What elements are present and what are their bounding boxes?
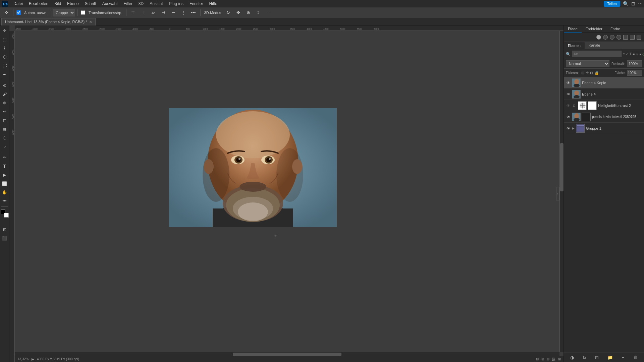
create-layer-btn[interactable]: + [622, 355, 625, 360]
menu-bild[interactable]: Bild [52, 1, 64, 7]
arrange-icon[interactable]: ⊡ [631, 1, 635, 6]
align-left-btn[interactable]: ⊣ [159, 8, 168, 17]
filter-attr-icon[interactable]: ✦ [636, 52, 638, 56]
layer-item-ebene4[interactable]: 👁 Ebene 4 [564, 88, 644, 100]
fix-lock-icon[interactable]: 🔒 [594, 71, 599, 75]
eraser-tool-btn[interactable]: ◻ [1, 116, 9, 124]
lasso-tool-btn[interactable]: ⌇ [1, 44, 9, 52]
menu-hilfe[interactable]: Hilfe [207, 1, 220, 7]
statusbar-icon-2[interactable]: ⊞ [541, 357, 544, 361]
eyedropper-btn[interactable]: ✒ [1, 70, 9, 78]
3d-rotate-btn[interactable]: ↻ [224, 8, 232, 17]
heal-brush-btn[interactable]: ⊙ [1, 81, 9, 89]
more-btn[interactable]: ••• [189, 8, 198, 17]
layer-vis-ebene4[interactable]: 👁 [566, 92, 571, 97]
filter-effect-icon[interactable]: T [630, 52, 632, 56]
move-tool-btn[interactable]: ✛ [2, 8, 11, 17]
menu-datei[interactable]: Datei [11, 1, 25, 7]
menu-auswahl[interactable]: Auswahl [100, 1, 120, 7]
layer-item-ebene4kopie[interactable]: 👁 Ebene 4 Kopie [564, 77, 644, 88]
menu-schrift[interactable]: Schrift [82, 1, 99, 7]
path-select-btn[interactable]: ▶ [1, 171, 9, 179]
screen-mode-btn[interactable]: ⬛ [1, 234, 9, 242]
history-brush-btn[interactable]: ↩ [1, 108, 9, 116]
tab-pfade[interactable]: Pfade [564, 26, 582, 33]
hand-tool-btn[interactable]: ✋ [1, 188, 9, 196]
color-selector[interactable] [1, 209, 9, 218]
blend-mode-select[interactable]: Normal [566, 60, 609, 67]
quick-mask-btn[interactable]: ⊡ [1, 226, 9, 234]
fix-artboard-icon[interactable]: ⊡ [590, 71, 593, 75]
filter-toggle-icon[interactable]: ◑ [642, 52, 644, 56]
menu-ebene[interactable]: Ebene [64, 1, 82, 7]
collapse-panel-btn[interactable]: › [556, 187, 559, 200]
background-color[interactable] [4, 213, 9, 218]
tab-farbfelder[interactable]: Farbfelder [582, 26, 606, 33]
blur-tool-btn[interactable]: ◌ [1, 134, 9, 142]
3d-zoom-btn[interactable]: ⊕ [244, 8, 253, 17]
align-bottom-btn[interactable]: ⏥ [149, 8, 158, 17]
tab-kanaele[interactable]: Kanäle [585, 42, 604, 49]
more-tools-btn[interactable]: ••• [1, 197, 9, 205]
menu-bearbeiten[interactable]: Bearbeiten [26, 1, 51, 7]
delete-layer-btn[interactable]: 🗑 [633, 355, 638, 360]
layer-effects-btn[interactable]: fx [583, 355, 586, 360]
share-button[interactable]: Teilen [604, 1, 620, 7]
selection-tool-btn[interactable]: ✛ [1, 27, 9, 35]
horizontal-scrollbar[interactable] [15, 352, 559, 356]
3d-pan-btn[interactable]: ✥ [234, 8, 243, 17]
pen-tool-btn[interactable]: ✏ [1, 154, 9, 162]
fix-position-icon[interactable]: ⊞ [581, 71, 584, 75]
transform-checkbox[interactable] [81, 10, 85, 15]
fix-move-icon[interactable]: ✛ [586, 71, 589, 75]
3d-more-btn[interactable]: — [264, 8, 273, 17]
filter-mode-icon[interactable]: ■ [633, 52, 635, 56]
panel-rect-btn-3[interactable] [637, 35, 641, 40]
deckraft-input[interactable] [627, 60, 642, 67]
document-tab[interactable]: Unbenannt-1 bei 13,3% (Ebene 4 Kopie, RG… [1, 18, 96, 25]
add-mask-btn[interactable]: ⊡ [595, 355, 599, 360]
gradient-tool-btn[interactable]: ▦ [1, 125, 9, 133]
align-vcenter-btn[interactable]: ⊥ [139, 8, 148, 17]
panel-circle-2[interactable] [603, 35, 608, 40]
align-right-btn[interactable]: ⋮ [179, 8, 188, 17]
menu-filter[interactable]: Filter [121, 1, 135, 7]
3d-scroll-btn[interactable]: ⇕ [254, 8, 263, 17]
search-toolbar-icon[interactable]: 🔍 [623, 1, 629, 6]
canvas-content[interactable] [15, 31, 564, 356]
filter-name-icon[interactable]: ✓ [626, 52, 629, 56]
marquee-tool-btn[interactable]: ⬚ [1, 36, 9, 44]
object-select-btn[interactable]: ⬡ [1, 53, 9, 61]
panel-circle-1[interactable] [596, 35, 601, 40]
canvas-area[interactable]: -4500 -4000 -3500 -3000 -2500 -2000 -150… [9, 25, 564, 362]
create-group-btn[interactable]: 📁 [607, 355, 613, 360]
statusbar-icon-3[interactable]: ⊟ [547, 357, 549, 361]
statusbar-icon-4[interactable]: 🖼 [552, 357, 555, 361]
panel-circle-3[interactable] [610, 35, 614, 40]
layer-vis-gruppe1[interactable]: 👁 [566, 126, 571, 131]
add-adjustment-btn[interactable]: ◑ [570, 355, 574, 360]
align-hcenter-btn[interactable]: ⊢ [169, 8, 178, 17]
menu-fenster[interactable]: Fenster [187, 1, 206, 7]
tab-farbe[interactable]: Farbe [606, 26, 624, 33]
crop-tool-btn[interactable]: ⛶ [1, 62, 9, 70]
brush-tool-btn[interactable]: 🖌 [1, 90, 9, 98]
autom-checkbox[interactable] [16, 10, 21, 15]
flaeche-input[interactable] [627, 70, 642, 76]
menu-ansicht[interactable]: Ansicht [147, 1, 165, 7]
filter-type-icon[interactable]: ≡ [623, 52, 625, 56]
statusbar-icon-1[interactable]: ⊡ [536, 357, 539, 361]
shape-tool-btn[interactable]: ⬜ [1, 180, 9, 188]
layer-vis-helligkeit2[interactable]: 👁 [566, 103, 571, 108]
layer-item-gruppe1[interactable]: 👁 ▶ Gruppe 1 [564, 123, 644, 134]
layer-item-helligkeit2[interactable]: 👁 ⊡ Helligkeit/Kontrast 2 [564, 100, 644, 111]
align-top-btn[interactable]: ⊤ [129, 8, 138, 17]
panel-rect-btn[interactable] [623, 35, 628, 40]
layers-search-input[interactable] [572, 51, 622, 57]
layer-vis-ebene4kopie[interactable]: 👁 [566, 80, 571, 85]
dodge-tool-btn[interactable]: ○ [1, 142, 9, 150]
panel-circle-4[interactable] [615, 34, 622, 41]
group-arrow-icon[interactable]: ▶ [572, 126, 575, 130]
layer-mask-btn[interactable]: ⊡ [572, 103, 577, 108]
tab-ebenen[interactable]: Ebenen [564, 42, 585, 49]
